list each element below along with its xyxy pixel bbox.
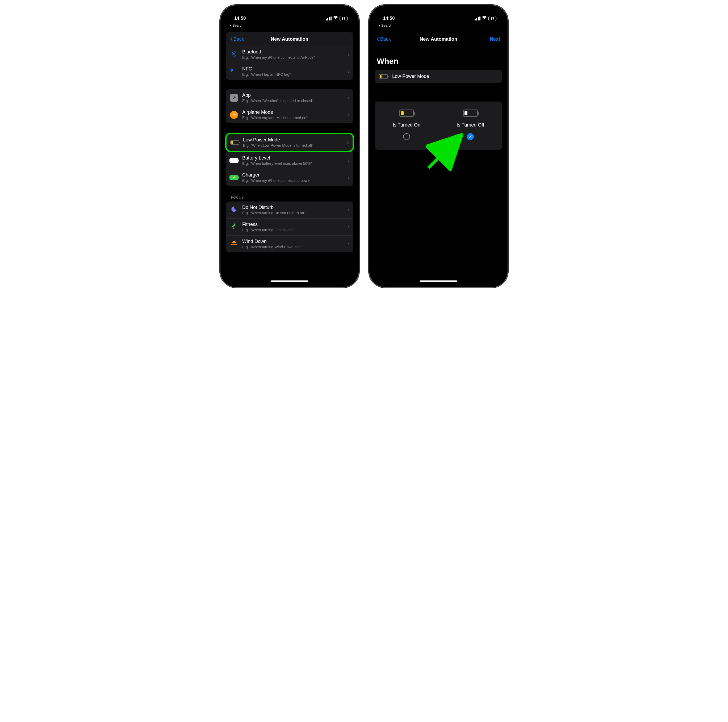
row-title: Bluetooth [242, 49, 344, 55]
row-subtitle: E.g. "When my iPhone connects to power" [242, 178, 344, 183]
row-charger[interactable]: ⚡ Charger E.g. "When my iPhone connects … [226, 169, 353, 186]
home-indicator[interactable] [271, 280, 308, 282]
choice-is-turned-off[interactable]: Is Turned Off ✓ [439, 110, 502, 140]
row-subtitle: E.g. "When my iPhone connects to AirPods… [242, 55, 344, 60]
when-heading: When [373, 46, 505, 70]
row-dnd[interactable]: Do Not Disturb E.g. "When turning Do Not… [226, 202, 353, 219]
trigger-group-1: Bluetooth E.g. "When my iPhone connects … [226, 46, 353, 80]
row-subtitle: E.g. "When Low Power Mode is turned off" [243, 143, 343, 148]
row-app[interactable]: ↗ App E.g. "When "Weather" is opened or … [226, 89, 353, 106]
trigger-summary-row: Low Power Mode [375, 70, 502, 83]
cellular-icon [475, 17, 480, 20]
bluetooth-icon [232, 50, 236, 59]
row-wind-down[interactable]: Wind Down E.g. "When turning Wind Down o… [226, 236, 353, 252]
row-title: NFC [242, 66, 344, 72]
battery-on-icon [399, 110, 414, 117]
section-header-focus: Focus [226, 186, 353, 202]
trigger-summary-title: Low Power Mode [392, 73, 429, 79]
svg-point-0 [234, 223, 236, 225]
svg-point-1 [233, 241, 235, 243]
choice-group: Is Turned On Is Turned Off ✓ [375, 101, 502, 150]
low-power-battery-icon [379, 74, 388, 79]
row-subtitle: E.g. "When battery level rises above 50%… [242, 161, 344, 165]
row-subtitle: E.g. "When turning Do Not Disturb on" [242, 211, 344, 215]
app-icon: ↗ [230, 94, 238, 102]
cellular-icon [326, 17, 332, 20]
chevron-right-icon: › [348, 112, 350, 118]
trigger-group-2: ↗ App E.g. "When "Weather" is opened or … [226, 89, 353, 123]
row-title: Battery Level [242, 155, 344, 161]
battery-icon: 87 [340, 16, 347, 21]
chevron-right-icon: › [348, 223, 350, 231]
chevron-right-icon: › [348, 68, 350, 75]
fitness-icon [231, 223, 237, 231]
row-title: Do Not Disturb [242, 205, 344, 210]
dynamic-island [421, 13, 456, 23]
row-title: Charger [242, 172, 344, 178]
row-bluetooth[interactable]: Bluetooth E.g. "When my iPhone connects … [226, 46, 353, 63]
screen-right: 14:50 87 Search Back New Automation Next… [373, 9, 505, 284]
nav-bar: Back New Automation Next [373, 32, 505, 46]
row-battery-level[interactable]: Battery Level E.g. "When battery level r… [226, 152, 353, 169]
radio-checked-icon[interactable]: ✓ [467, 133, 474, 140]
trigger-group-3: Battery Level E.g. "When battery level r… [226, 152, 353, 186]
nav-title: New Automation [419, 37, 457, 42]
wifi-icon [333, 16, 338, 21]
row-subtitle: E.g. "When "Weather" is opened or closed… [242, 99, 344, 103]
breadcrumb-back[interactable]: Search [223, 23, 355, 29]
next-button[interactable]: Next [482, 37, 500, 42]
row-title: Airplane Mode [242, 110, 344, 115]
chevron-right-icon: › [348, 94, 350, 101]
home-indicator[interactable] [420, 280, 457, 282]
choice-is-turned-on[interactable]: Is Turned On [375, 110, 439, 140]
row-subtitle: E.g. "When turning Fitness on" [242, 228, 344, 232]
nav-bar: Back New Automation [226, 32, 353, 46]
chevron-right-icon: › [347, 139, 349, 146]
choice-label: Is Turned Off [457, 122, 484, 128]
battery-icon: 87 [488, 16, 496, 21]
row-title: Wind Down [242, 239, 344, 244]
screen-left: 14:50 87 Search Back New Automation [223, 9, 355, 284]
charger-icon: ⚡ [229, 175, 239, 180]
phone-frame-left: 14:50 87 Search Back New Automation [220, 5, 359, 287]
chevron-right-icon: › [348, 174, 350, 181]
phone-frame-right: 14:50 87 Search Back New Automation Next… [369, 5, 508, 287]
chevron-right-icon: › [348, 51, 350, 58]
content-scroll[interactable]: Bluetooth E.g. "When my iPhone connects … [223, 46, 355, 252]
status-time: 14:50 [234, 16, 246, 21]
row-title: App [242, 92, 344, 98]
row-nfc[interactable]: NFC E.g. "When I tap an NFC tag" › [226, 63, 353, 80]
nfc-icon [231, 68, 237, 75]
status-time: 14:50 [383, 16, 395, 21]
low-power-battery-icon [230, 140, 239, 145]
row-subtitle: E.g. "When I tap an NFC tag" [242, 72, 344, 76]
battery-off-icon [463, 110, 478, 117]
choice-label: Is Turned On [393, 122, 421, 128]
wifi-icon [482, 16, 487, 21]
nav-title: New Automation [271, 37, 308, 42]
battery-full-icon [229, 158, 239, 163]
radio-unchecked-icon[interactable] [403, 133, 410, 140]
row-title: Fitness [242, 222, 344, 227]
highlight-annotation: Low Power Mode E.g. "When Low Power Mode… [225, 133, 354, 152]
moon-icon [231, 206, 237, 214]
row-subtitle: E.g. "When Airplane Mode is turned on" [242, 116, 344, 120]
trigger-group-focus: Do Not Disturb E.g. "When turning Do Not… [226, 202, 353, 252]
chevron-right-icon: › [348, 207, 350, 213]
row-fitness[interactable]: Fitness E.g. "When turning Fitness on" › [226, 219, 353, 236]
row-low-power-mode[interactable]: Low Power Mode E.g. "When Low Power Mode… [226, 134, 353, 151]
row-airplane-mode[interactable]: ✈ Airplane Mode E.g. "When Airplane Mode… [226, 106, 353, 123]
back-button[interactable]: Back [377, 37, 395, 42]
chevron-right-icon: › [348, 240, 350, 248]
airplane-icon: ✈ [230, 111, 238, 119]
wind-down-icon [231, 240, 237, 248]
chevron-right-icon: › [348, 157, 350, 164]
dynamic-island [272, 13, 307, 23]
breadcrumb-back[interactable]: Search [373, 23, 505, 29]
row-title: Low Power Mode [243, 137, 343, 143]
back-button[interactable]: Back [230, 37, 249, 42]
row-subtitle: E.g. "When turning Wind Down on" [242, 245, 344, 249]
